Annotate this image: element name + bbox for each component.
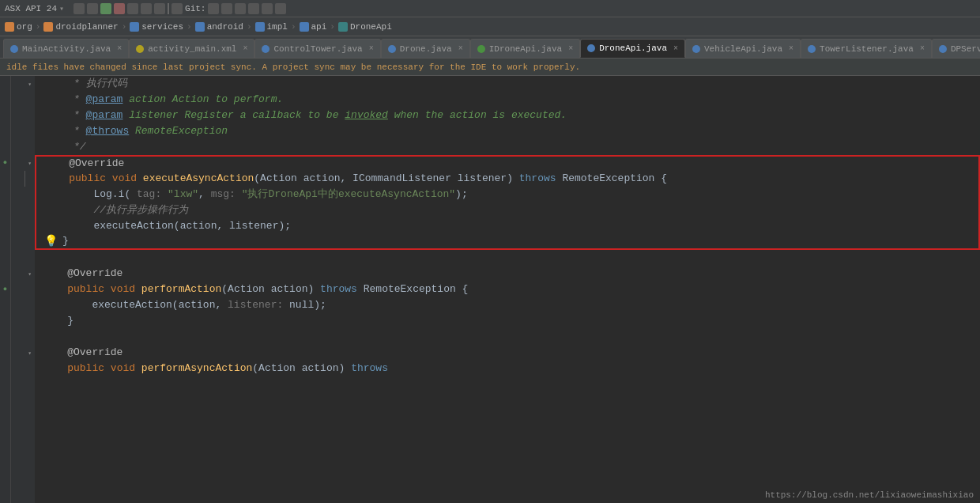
bc-org[interactable]: org [5, 22, 32, 32]
margin-line-13 [0, 266, 10, 282]
git-icon-3[interactable] [221, 3, 232, 14]
code-token: } [43, 313, 74, 329]
tab-close-idroneapi[interactable]: × [568, 44, 573, 53]
code-token: public [43, 361, 104, 376]
watermark-text: https://blog.csdn.net/lixiaoweimashixiao [765, 490, 974, 500]
code-token: RemoteException { [556, 171, 667, 187]
fold-icon-2[interactable]: ▾ [28, 160, 32, 167]
tab-dpservices[interactable]: DPServices.java × [932, 39, 980, 58]
fold-icon-1[interactable]: ▾ [28, 81, 32, 88]
breakpoint-icon-1[interactable]: ● [3, 159, 7, 167]
bc-android[interactable]: android [195, 22, 243, 32]
tab-bar: MainActivity.java × activity_main.xml × … [0, 36, 980, 59]
toolbar-icon-3[interactable] [100, 3, 111, 14]
tab-vehicleapi[interactable]: VehicleApi.java × [685, 39, 801, 58]
tab-activitymain[interactable]: activity_main.xml × [129, 39, 254, 58]
code-token: * [43, 123, 86, 139]
code-token [135, 361, 141, 376]
bulb-icon[interactable]: 💡 [44, 233, 58, 249]
code-token: throws [320, 282, 357, 297]
run-icon[interactable] [248, 3, 259, 14]
code-line-1: * 执行代码 [35, 76, 980, 92]
tab-close-mainactivity[interactable]: × [117, 44, 122, 53]
margin-line-12 [0, 250, 10, 266]
code-token: (Action action) [221, 282, 320, 297]
gutter: ▾ ▾ ▾ ▾ [11, 76, 35, 503]
tab-close-towerlistener[interactable]: × [920, 44, 925, 53]
code-token: @param [86, 92, 123, 108]
toolbar-icon-6[interactable] [141, 3, 152, 14]
code-token: ); [455, 187, 468, 202]
tab-close-drone[interactable]: × [458, 44, 463, 53]
bc-droidplanner-label: droidplanner [55, 22, 118, 32]
git-icon[interactable] [172, 3, 183, 14]
code-token [104, 282, 111, 297]
bc-droneapi[interactable]: DroneApi [338, 22, 392, 32]
code-token: executeAction(action, listener); [44, 218, 291, 234]
notification-bar: idle files have changed since last proje… [0, 59, 980, 76]
gutter-line-14 [11, 282, 32, 297]
gutter-line-12 [11, 250, 32, 266]
tab-close-vehicleapi[interactable]: × [789, 44, 793, 53]
tab-droneapi[interactable]: DroneApi.java × [580, 39, 685, 58]
code-token: msg: [211, 187, 242, 202]
tab-drone[interactable]: Drone.java × [381, 39, 470, 58]
code-line-2: * @param action Action to perform. [35, 92, 980, 108]
code-token: throws [519, 171, 556, 187]
gutter-line-18: ▾ [11, 345, 32, 361]
tab-dot-vehicleapi [692, 45, 700, 53]
margin-line-4 [0, 123, 10, 139]
code-line-5: */ [35, 139, 980, 155]
bc-droidplanner[interactable]: droidplanner [43, 22, 118, 32]
code-token: executeAction(action, [43, 297, 228, 313]
notification-text: idle files have changed since last proje… [6, 62, 580, 72]
debug-icon[interactable] [262, 3, 273, 14]
tab-label-controltower: ControlTower.java [273, 44, 362, 54]
search-icon[interactable] [275, 3, 286, 14]
tab-mainactivity[interactable]: MainActivity.java × [3, 39, 129, 58]
bc-impl[interactable]: impl [255, 22, 288, 32]
margin-line-1 [0, 76, 10, 92]
toolbar-icon-7[interactable] [154, 3, 165, 14]
tab-close-activitymain[interactable]: × [243, 44, 247, 53]
toolbar-icon-1[interactable] [74, 3, 85, 14]
git-icon-2[interactable] [208, 3, 219, 14]
breakpoint-icon-2[interactable]: ● [3, 286, 7, 293]
toolbar-icon-5[interactable] [127, 3, 138, 14]
code-line-17 [35, 329, 980, 345]
bc-api[interactable]: api [300, 22, 327, 32]
tab-idroneapi[interactable]: IDroneApi.java × [470, 39, 580, 58]
tab-towerlistener[interactable]: TowerListener.java × [801, 39, 932, 58]
tab-controltower[interactable]: ControlTower.java × [254, 39, 380, 58]
tab-close-controltower[interactable]: × [369, 44, 374, 53]
bc-icon-android [195, 22, 205, 32]
fold-icon-4[interactable]: ▾ [28, 350, 32, 357]
code-line-7: public void executeAsyncAction(Action ac… [35, 171, 980, 187]
margin-line-15 [0, 297, 10, 313]
gutter-line-6: ▾ [11, 155, 32, 171]
code-token: } [62, 233, 69, 249]
code-content[interactable]: * 执行代码 * @param action Action to perform… [35, 76, 980, 503]
gutter-line-13: ▾ [11, 266, 32, 282]
margin-line-17 [0, 329, 10, 345]
tab-label-droneapi: DroneApi.java [599, 43, 667, 53]
tab-label-activitymain: activity_main.xml [148, 44, 236, 54]
tab-close-droneapi[interactable]: × [673, 44, 678, 53]
watermark: https://blog.csdn.net/lixiaoweimashixiao [765, 490, 974, 500]
tab-dot-controltower [262, 45, 270, 53]
code-token: listener: [228, 297, 283, 313]
gutter-line-9 [11, 202, 32, 218]
gutter-line-7 [11, 171, 32, 187]
fold-icon-3[interactable]: ▾ [28, 270, 32, 278]
margin-line-5 [0, 139, 10, 155]
bc-services[interactable]: services [130, 22, 183, 32]
bc-sep-6: › [330, 22, 335, 32]
toolbar-icon-4[interactable] [114, 3, 125, 14]
code-token: public [43, 282, 104, 297]
margin-line-19 [0, 361, 10, 376]
toolbar-icon-2[interactable] [87, 3, 98, 14]
api-selector[interactable]: ASX API 24 ▾ [5, 4, 64, 13]
git-icon-4[interactable] [235, 3, 246, 14]
git-label: Git: [185, 4, 205, 13]
bc-impl-label: impl [267, 22, 288, 32]
